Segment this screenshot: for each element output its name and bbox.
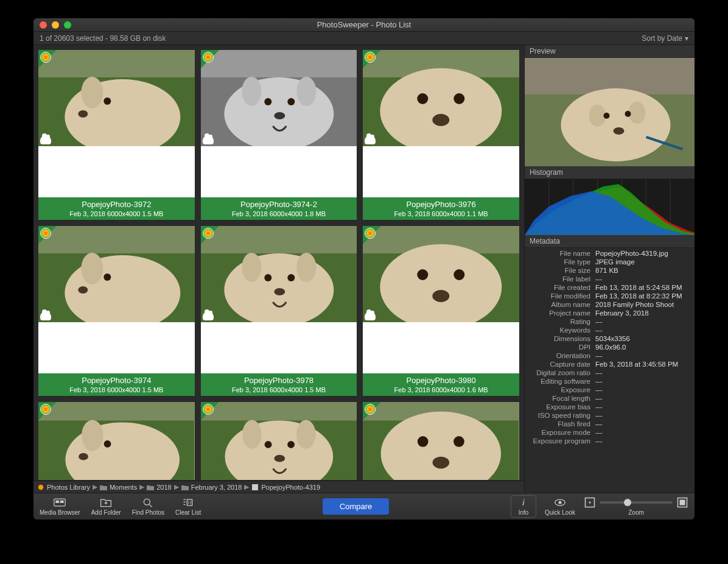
- clear-list-icon: [182, 497, 194, 508]
- sort-dropdown[interactable]: Sort by Date ▾: [642, 34, 688, 43]
- metadata-row: File namePopejoyPhoto-4319.jpg: [525, 249, 695, 258]
- photo-thumbnail[interactable]: PopejoyPhoto-3972Feb 3, 2018 6000x4000 1…: [38, 50, 195, 220]
- thumbnail-meta: Feb 3, 2018 6000x4000 1.6 MB: [364, 386, 518, 393]
- metadata-value: 871 KB: [595, 267, 690, 274]
- breadcrumb-item[interactable]: 2018: [156, 484, 171, 491]
- svg-point-9: [242, 77, 261, 106]
- svg-rect-27: [201, 226, 357, 253]
- sidebar: Preview Histogram: [524, 45, 695, 493]
- photo-thumbnail[interactable]: PopejoyPhoto-3974Feb 3, 2018 6000x4000 1…: [38, 226, 195, 396]
- chevron-right-icon: ▶: [139, 483, 144, 491]
- media-browser-button[interactable]: Media Browser: [40, 497, 80, 516]
- photo-thumbnail[interactable]: [38, 402, 195, 480]
- metadata-value: ---: [595, 326, 690, 334]
- metadata-row: Rating---: [525, 317, 695, 326]
- svg-point-17: [418, 93, 429, 104]
- metadata-label: Capture date: [530, 361, 595, 368]
- svg-point-18: [454, 93, 465, 104]
- maximize-button[interactable]: [64, 21, 71, 29]
- metadata-row: File size871 KB: [525, 266, 695, 275]
- add-folder-button[interactable]: Add Folder: [91, 497, 121, 516]
- svg-point-51: [264, 441, 271, 448]
- preview-image[interactable]: [525, 58, 695, 166]
- metadata-row: File label---: [525, 275, 695, 283]
- toolbar: Media Browser Add Folder Find Photos Cle…: [33, 493, 695, 520]
- metadata-label: File created: [530, 284, 595, 291]
- svg-point-4: [103, 97, 111, 105]
- metadata-row: Focal length---: [525, 394, 695, 403]
- photo-thumbnail[interactable]: PopejoyPhoto-3974-2Feb 3, 2018 6000x4000…: [201, 50, 357, 220]
- photos-app-badge-icon: [203, 228, 214, 239]
- cloud-icon: [203, 136, 214, 144]
- metadata-value: JPEG image: [595, 258, 690, 266]
- thumbnail-caption: PopejoyPhoto-3978Feb 3, 2018 6000x4000 1…: [201, 373, 357, 396]
- chevron-right-icon: ▶: [174, 483, 179, 491]
- svg-point-24: [103, 273, 111, 281]
- minimize-button[interactable]: [52, 21, 59, 29]
- breadcrumb-item[interactable]: Moments: [110, 484, 137, 491]
- photo-thumbnail[interactable]: [201, 402, 357, 480]
- search-icon: [142, 497, 154, 508]
- metadata-label: Orientation: [530, 352, 595, 359]
- find-photos-button[interactable]: Find Photos: [132, 497, 164, 516]
- grid-area: PopejoyPhoto-3972Feb 3, 2018 6000x4000 1…: [33, 45, 524, 493]
- metadata-value: ---: [595, 420, 690, 428]
- photo-grid[interactable]: PopejoyPhoto-3972Feb 3, 2018 6000x4000 1…: [33, 45, 524, 481]
- breadcrumb-item[interactable]: February 3, 2018: [191, 484, 242, 491]
- svg-point-69: [614, 127, 625, 135]
- compare-button[interactable]: Compare: [323, 498, 389, 515]
- photo-thumbnail[interactable]: PopejoyPhoto-3980Feb 3, 2018 6000x4000 1…: [363, 226, 519, 396]
- metadata-value: ---: [595, 318, 690, 325]
- metadata-label: Exposure mode: [530, 429, 595, 436]
- thumbnail-caption: PopejoyPhoto-3974Feb 3, 2018 6000x4000 1…: [38, 373, 195, 396]
- svg-point-65: [589, 105, 606, 127]
- svg-rect-79: [56, 501, 60, 503]
- metadata-label: Flash fired: [530, 420, 595, 428]
- metadata-table: File namePopejoyPhoto-4319.jpgFile typeJ…: [525, 248, 695, 446]
- metadata-row: Exposure bias---: [525, 403, 695, 411]
- breadcrumb-item[interactable]: Photos Library: [47, 484, 90, 491]
- histogram-header: Histogram: [525, 166, 695, 179]
- metadata-row: Keywords---: [525, 326, 695, 334]
- metadata-value: 2018 Family Photo Shoot: [595, 301, 690, 308]
- svg-point-58: [453, 436, 464, 447]
- metadata-value: ---: [595, 412, 690, 419]
- svg-rect-80: [60, 501, 64, 503]
- window-title: PhotoSweeper - Photo List: [33, 20, 695, 29]
- info-button[interactable]: i Info: [511, 495, 536, 518]
- svg-point-10: [296, 77, 316, 106]
- slider-thumb[interactable]: [624, 499, 631, 506]
- clear-list-button[interactable]: Clear List: [175, 497, 201, 516]
- metadata-row: Orientation---: [525, 351, 695, 360]
- metadata-row: Exposure mode---: [525, 428, 695, 437]
- status-bar: 1 of 20603 selected - 98.58 GB on disk S…: [33, 32, 695, 45]
- preview-header: Preview: [525, 45, 695, 58]
- metadata-label: Exposure: [530, 386, 595, 393]
- main-body: PopejoyPhoto-3972Feb 3, 2018 6000x4000 1…: [33, 45, 695, 493]
- svg-rect-21: [38, 226, 195, 253]
- close-button[interactable]: [40, 21, 47, 29]
- photo-thumbnail[interactable]: PopejoyPhoto-3976Feb 3, 2018 6000x4000 1…: [363, 50, 519, 220]
- zoom-control: Zoom: [584, 497, 688, 516]
- metadata-value: 5034x3356: [595, 335, 690, 342]
- chevron-right-icon: ▶: [244, 483, 249, 491]
- svg-point-45: [79, 453, 88, 460]
- photo-thumbnail[interactable]: PopejoyPhoto-3978Feb 3, 2018 6000x4000 1…: [201, 226, 357, 396]
- metadata-value: ---: [595, 437, 690, 445]
- metadata-label: DPI: [530, 344, 595, 351]
- breadcrumb-item[interactable]: PopejoyPhoto-4319: [261, 484, 320, 491]
- svg-point-67: [604, 113, 610, 119]
- thumbnail-name: PopejoyPhoto-3980: [364, 376, 518, 385]
- photo-thumbnail[interactable]: [363, 402, 519, 480]
- zoom-in-icon[interactable]: [676, 497, 688, 508]
- thumbnail-caption: PopejoyPhoto-3976Feb 3, 2018 6000x4000 1…: [363, 197, 519, 220]
- svg-point-25: [78, 286, 88, 294]
- svg-rect-7: [201, 50, 357, 77]
- thumbnail-name: PopejoyPhoto-3972: [40, 200, 194, 209]
- zoom-out-icon[interactable]: [584, 497, 596, 508]
- quick-look-button[interactable]: Quick Look: [545, 497, 575, 516]
- svg-rect-1: [38, 50, 195, 77]
- zoom-slider[interactable]: [600, 501, 673, 504]
- svg-point-52: [287, 441, 295, 448]
- photos-app-badge-icon: [40, 404, 51, 415]
